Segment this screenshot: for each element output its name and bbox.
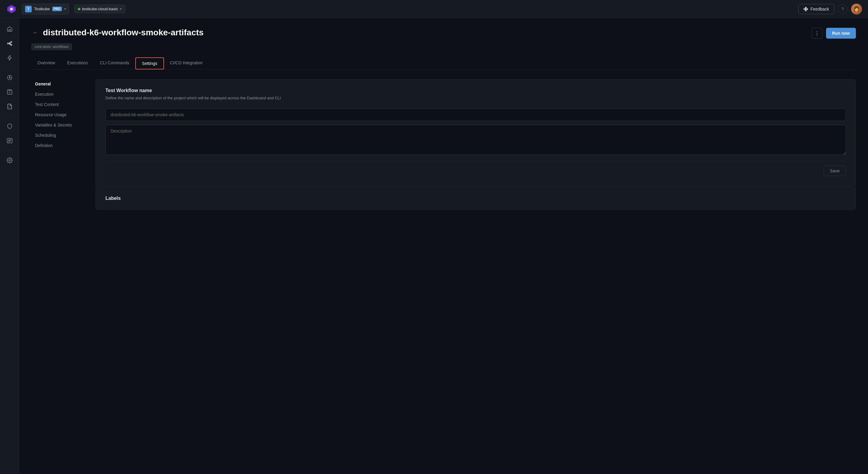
tabs: Overview Executions CLI Commands Setting… [31,57,856,69]
workflow-description-textarea[interactable] [105,125,846,155]
settings-layout: General Execution Test Content Resource … [31,79,856,210]
tab-overview[interactable]: Overview [31,57,61,69]
svg-point-2 [10,8,13,10]
user-avatar[interactable]: 👩 [851,4,862,14]
workflow-name-section: Test Workflow name Define the name and d… [95,79,856,187]
sidebar-divider-2 [5,116,14,117]
content-area: ← distributed-k6-workflow-smoke-artifact… [19,18,868,474]
settings-nav-test-content[interactable]: Test Content [31,100,86,109]
workspace-initial: T [25,6,32,12]
save-button[interactable]: Save [824,166,846,176]
files-icon [7,103,13,109]
env-status-dot [78,8,80,10]
svg-rect-7 [805,8,807,10]
workflow-name-input[interactable] [105,108,846,121]
sidebar-item-home[interactable] [4,23,16,35]
topbar-left: T Testkube PRO ▾ testkube-cloud-basic ▾ [6,4,125,14]
svg-rect-8 [9,30,10,31]
settings-sidebar: General Execution Test Content Resource … [31,79,86,210]
labels-section-title: Labels [105,196,846,201]
tab-cicd[interactable]: CI/CD Integration [164,57,209,69]
sidebar-item-security[interactable] [4,120,16,132]
lightning-icon [7,55,13,61]
svg-rect-15 [8,90,10,91]
sidebar-divider-3 [5,150,14,151]
page-header-left: ← distributed-k6-workflow-smoke-artifact… [31,28,204,37]
sidebar-item-settings[interactable] [4,154,16,166]
tab-executions[interactable]: Executions [61,57,94,69]
home-icon [7,26,13,32]
settings-icon [7,157,13,163]
settings-nav-general[interactable]: General [31,79,86,89]
topbar-right: Feedback ? 👩 [798,4,862,14]
svg-point-23 [9,160,10,161]
more-options-button[interactable]: ⋮ [811,28,823,39]
settings-nav-definition[interactable]: Definition [31,141,86,150]
run-now-button[interactable]: Run now [826,28,856,39]
workspace-selector[interactable]: T Testkube PRO ▾ [22,4,69,14]
sidebar-item-analytics[interactable] [4,71,16,84]
chevron-down-icon: ▾ [120,7,121,10]
workflow-icon [7,40,13,46]
section-footer: Save [105,161,846,179]
svg-point-9 [7,43,8,44]
sidebar-item-triggers[interactable] [4,52,16,64]
settings-nav-scheduling[interactable]: Scheduling [31,130,86,140]
help-button[interactable]: ? [838,4,847,14]
svg-rect-6 [805,10,807,11]
svg-point-10 [11,41,12,42]
tab-cli-commands[interactable]: CLI Commands [94,57,135,69]
chevron-down-icon: ▾ [64,7,66,10]
environment-selector[interactable]: testkube-cloud-basic ▾ [74,4,125,13]
settings-nav-execution[interactable]: Execution [31,89,86,99]
back-button[interactable]: ← [31,28,39,37]
settings-nav-variables-secrets[interactable]: Variables & Secrets [31,120,86,130]
pro-badge: PRO [52,7,62,11]
section-description: Define the name and description of the p… [105,95,846,101]
settings-main-content: Test Workflow name Define the name and d… [95,79,856,210]
workspace-name: Testkube [34,7,50,11]
svg-rect-5 [807,8,808,10]
sidebar-item-workflows[interactable] [4,37,16,50]
page-title: distributed-k6-workflow-smoke-artifacts [43,28,204,37]
page-header: ← distributed-k6-workflow-smoke-artifact… [31,28,856,39]
section-title: Test Workflow name [105,88,846,93]
slack-icon [803,7,808,11]
tab-settings[interactable]: Settings [135,57,164,69]
topbar: T Testkube PRO ▾ testkube-cloud-basic ▾ … [0,0,868,18]
sidebar [0,18,19,474]
sidebar-item-logs[interactable] [4,135,16,147]
logo[interactable] [6,4,17,14]
feedback-button[interactable]: Feedback [798,4,834,14]
sidebar-divider [5,68,14,68]
settings-nav-resource-usage[interactable]: Resource Usage [31,110,86,120]
main-layout: ← distributed-k6-workflow-smoke-artifact… [0,18,868,474]
chart-icon [7,74,13,81]
page-header-right: ⋮ Run now [811,28,856,39]
shield-icon [7,123,13,129]
sidebar-item-clipboard[interactable] [4,86,16,98]
labels-section: Labels [95,187,856,210]
sidebar-item-files[interactable] [4,100,16,113]
svg-rect-3 [804,8,805,10]
env-name: testkube-cloud-basic [82,7,118,11]
workflow-tag: core-tests: workflows [31,43,72,50]
svg-rect-4 [805,7,807,8]
logs-icon [7,138,13,144]
clipboard-icon [7,89,13,95]
